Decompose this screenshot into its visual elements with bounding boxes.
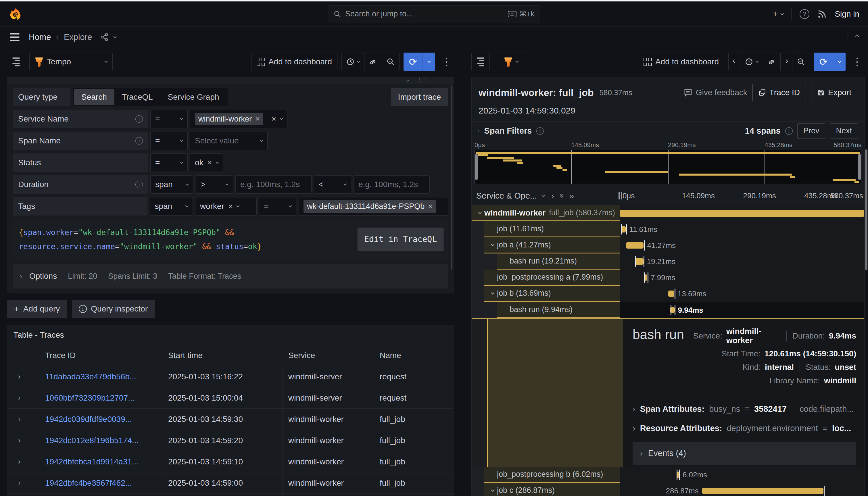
outline-button[interactable]: [471, 52, 490, 71]
row-expander-icon[interactable]: ›: [7, 494, 40, 496]
edit-in-traceql-button[interactable]: Edit in TraceQL: [358, 228, 444, 251]
chevron-right-icon[interactable]: ›: [478, 128, 479, 134]
grafana-logo[interactable]: [9, 7, 22, 21]
trace-id-link[interactable]: 1060bbf732309b12707...: [45, 393, 135, 403]
breadcrumb-home[interactable]: Home: [29, 32, 51, 42]
duration-scope-select[interactable]: span: [150, 175, 193, 194]
give-feedback-button[interactable]: Give feedback: [684, 88, 747, 97]
span-name-cell[interactable]: job c (286.87ms): [472, 483, 620, 496]
span-bar[interactable]: [702, 488, 823, 494]
span-timeline-cell[interactable]: 13.69ms: [620, 286, 864, 302]
link-split-button[interactable]: [365, 53, 382, 71]
collapse-all-icon[interactable]: [560, 195, 563, 197]
row-expander-icon[interactable]: ›: [7, 430, 40, 451]
prev-span-button[interactable]: Prev: [797, 123, 825, 139]
time-shift-back-button[interactable]: [729, 53, 740, 71]
col-start-time[interactable]: Start time: [162, 345, 282, 366]
collapse-up-icon[interactable]: [855, 34, 859, 38]
query-inspector-button[interactable]: iQuery inspector: [72, 300, 155, 318]
outline-button[interactable]: [7, 52, 25, 71]
expand-all-icon[interactable]: »: [569, 191, 574, 201]
duration-gt-select[interactable]: >: [196, 175, 233, 194]
collapse-one-icon[interactable]: ›: [551, 191, 554, 201]
row-expander-icon[interactable]: ›: [7, 387, 40, 408]
left-pane-scrollbar[interactable]: [451, 86, 452, 269]
row-expander-icon[interactable]: ›: [7, 472, 40, 493]
span-name-cell[interactable]: job_postprocessing a (7.99ms): [472, 269, 620, 286]
kebab-menu-icon[interactable]: ⋮: [439, 56, 454, 68]
row-expander-icon[interactable]: ›: [7, 409, 40, 430]
table-row[interactable]: ›1942dc012e8f196b5174...2025-01-03 14:59…: [7, 430, 454, 451]
table-row[interactable]: ›1942dbfc4be3567f462...2025-01-03 14:59:…: [7, 472, 454, 494]
zoom-out-button[interactable]: [382, 53, 399, 71]
duration-lt-select[interactable]: <: [314, 175, 351, 194]
span-timeline-cell[interactable]: 41.27ms: [620, 237, 864, 253]
clear-icon[interactable]: ×: [271, 114, 276, 124]
row-expander-icon[interactable]: ›: [7, 366, 40, 387]
span-filters-title[interactable]: Span Filters: [484, 126, 532, 136]
trace-id-link[interactable]: 1942dc039dfdf9e0039...: [45, 415, 132, 424]
time-picker-button[interactable]: [740, 53, 763, 71]
trace-id-link[interactable]: 1942dbfebca1d9914a31...: [45, 457, 139, 466]
run-query-button[interactable]: ⟳: [404, 52, 435, 71]
tab-traceql[interactable]: TraceQL: [114, 89, 160, 105]
span-row[interactable]: windmill-workerfull_job (580.37ms): [472, 205, 864, 221]
table-row[interactable]: ›1942dc039dfdf9e0039...2025-01-03 14:59:…: [7, 409, 454, 430]
span-row[interactable]: job b (13.69ms)13.69ms: [472, 286, 864, 302]
duration-max-input[interactable]: e.g. 100ms, 1.2s: [354, 175, 430, 194]
datasource-picker-mini[interactable]: [494, 52, 528, 71]
span-timeline-cell[interactable]: 19.21ms: [620, 253, 864, 269]
resource-attributes-row[interactable]: › Resource Attributes: deployment.enviro…: [633, 423, 856, 433]
chevron-down-icon[interactable]: [113, 35, 117, 38]
span-row[interactable]: bash run (19.21ms)19.21ms: [472, 253, 864, 269]
expand-chevron-icon[interactable]: [488, 490, 497, 491]
span-bar[interactable]: [635, 258, 644, 265]
tag-value-chip[interactable]: wk-default-133114d6a91e-PSPQb×: [304, 200, 436, 213]
remove-icon[interactable]: ×: [228, 202, 233, 211]
options-row[interactable]: › Options Limit: 20 Spans Limit: 3 Table…: [13, 264, 448, 289]
span-timeline-cell[interactable]: 7.99ms: [620, 269, 864, 286]
help-icon[interactable]: ?: [800, 9, 809, 19]
tag-scope-select[interactable]: span: [150, 197, 193, 216]
span-name-cell[interactable]: job a (41.27ms): [472, 237, 620, 253]
time-shift-forward-button[interactable]: [781, 53, 792, 71]
col-name[interactable]: Name: [374, 345, 454, 366]
span-row[interactable]: job c (286.87ms)286.87ms: [472, 483, 864, 496]
service-operation-header[interactable]: Service & Ope...: [476, 191, 537, 201]
span-timeline-cell[interactable]: 6.02ms: [620, 467, 864, 483]
table-row[interactable]: ›1942dbf9d9fa6108d0d1...2025-01-03 14:58…: [7, 494, 454, 496]
span-row[interactable]: job (11.61ms)11.61ms: [472, 221, 864, 237]
minimap-right-handle[interactable]: [858, 154, 861, 180]
span-row[interactable]: bash run (9.94ms)9.94ms: [472, 302, 864, 319]
span-timeline-cell[interactable]: 9.94ms: [620, 302, 864, 318]
span-name-cell[interactable]: job (11.61ms): [472, 221, 620, 237]
span-name-cell[interactable]: bash run (9.94ms): [472, 302, 620, 318]
table-row[interactable]: ›1942dbfebca1d9914a31...2025-01-03 14:59…: [7, 451, 454, 472]
minimap-left-handle[interactable]: [475, 154, 478, 180]
kebab-menu-icon[interactable]: ⋮: [850, 56, 865, 68]
trace-id-link[interactable]: 11dabada33e479db56b...: [45, 372, 136, 381]
span-timeline-cell[interactable]: 11.61ms: [620, 221, 864, 237]
span-timeline-cell[interactable]: 286.87ms: [620, 483, 864, 496]
refresh-interval-caret[interactable]: [833, 52, 846, 71]
status-op-select[interactable]: =: [150, 153, 188, 172]
status-value-select[interactable]: ok×: [190, 153, 223, 172]
span-row[interactable]: job a (41.27ms)41.27ms: [472, 237, 864, 253]
trace-id-link[interactable]: 1942dbfc4be3567f462...: [45, 479, 132, 488]
new-menu-button[interactable]: +: [773, 8, 784, 19]
menu-toggle-icon[interactable]: [10, 33, 19, 41]
trace-id-button[interactable]: Trace ID: [753, 84, 806, 101]
trace-id-link[interactable]: 1942dc012e8f196b5174...: [45, 436, 139, 445]
table-row[interactable]: ›1060bbf732309b12707...2025-01-03 15:00:…: [7, 387, 454, 409]
service-name-value-select[interactable]: windmill-worker× ×: [190, 110, 288, 128]
expand-chevron-icon[interactable]: [488, 293, 497, 294]
span-name-cell[interactable]: job_postprocessing b (6.02ms): [472, 467, 620, 483]
share-icon[interactable]: [100, 33, 109, 41]
page-scrollbar[interactable]: [865, 150, 867, 270]
span-name-cell[interactable]: windmill-workerfull_job (580.37ms): [472, 205, 620, 221]
minimap-canvas[interactable]: [475, 150, 862, 184]
span-row[interactable]: job_postprocessing a (7.99ms)7.99ms: [472, 269, 864, 286]
refresh-interval-caret[interactable]: [422, 52, 435, 71]
service-name-chip[interactable]: windmill-worker×: [195, 113, 263, 125]
span-bar[interactable]: [620, 210, 864, 217]
